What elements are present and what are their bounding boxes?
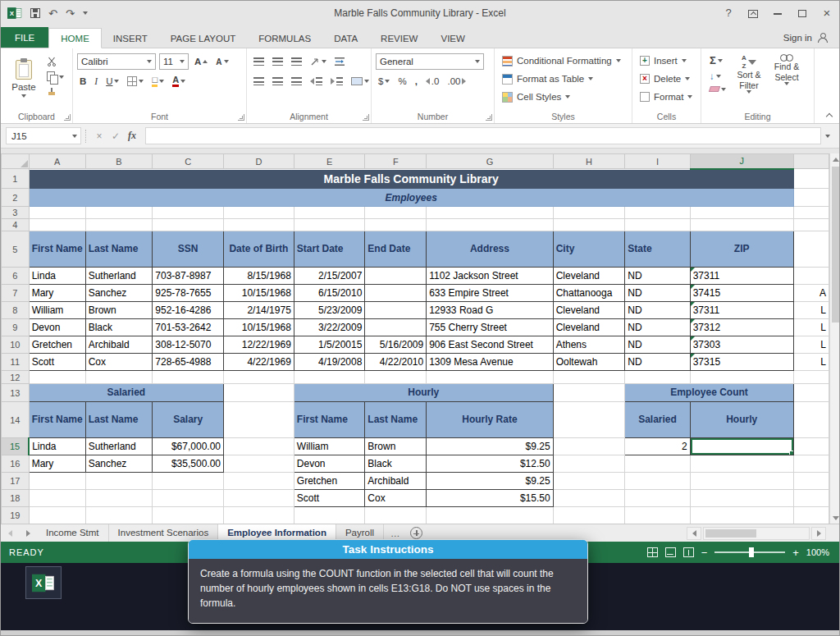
- col-header-I[interactable]: I: [625, 154, 690, 169]
- minimize-button[interactable]: [765, 1, 790, 25]
- cell-G10[interactable]: 906 East Second Street: [427, 336, 553, 354]
- cell-C12[interactable]: [153, 371, 224, 384]
- cell-H3[interactable]: [553, 207, 625, 219]
- align-right-button[interactable]: [289, 76, 304, 86]
- row-header-8[interactable]: 8: [2, 302, 30, 319]
- cell-C15[interactable]: $67,000.00: [153, 438, 224, 455]
- cell-E5[interactable]: Start Date: [294, 231, 365, 268]
- cell-E15[interactable]: William: [294, 438, 365, 455]
- underline-button[interactable]: U: [103, 75, 121, 87]
- align-center-button[interactable]: [270, 76, 285, 86]
- horizontal-scrollbar[interactable]: [687, 524, 839, 542]
- cell-J10[interactable]: 37303: [690, 336, 793, 354]
- cell-I10[interactable]: ND: [625, 336, 690, 354]
- cell-C3[interactable]: [153, 207, 224, 219]
- cell-D16[interactable]: [224, 455, 294, 473]
- cell-F6[interactable]: [365, 268, 427, 285]
- cell-G15[interactable]: $9.25: [427, 438, 553, 455]
- cell-G11[interactable]: 1309 Mesa Avenue: [427, 354, 553, 371]
- cell-H7[interactable]: Chattanooga: [553, 285, 625, 302]
- borders-button[interactable]: [125, 75, 146, 87]
- tab-data[interactable]: DATA: [322, 29, 369, 48]
- cell-K7[interactable]: A: [793, 285, 829, 302]
- cell-D12[interactable]: [224, 371, 294, 384]
- align-top-button[interactable]: [251, 57, 267, 66]
- enter-formula-button[interactable]: ✓: [107, 130, 124, 142]
- cell-F8[interactable]: [365, 302, 427, 319]
- sheet-tab-overflow[interactable]: …: [390, 528, 402, 538]
- cell-H11[interactable]: Ooltewah: [553, 354, 625, 371]
- cell-B6[interactable]: Sutherland: [85, 268, 153, 285]
- cell-H12[interactable]: [553, 371, 625, 384]
- cell-I17[interactable]: [625, 473, 690, 490]
- cell-B15[interactable]: Sutherland: [85, 438, 153, 455]
- vertical-scroll-thumb[interactable]: [832, 167, 839, 323]
- cell-E6[interactable]: 2/15/2007: [294, 268, 365, 285]
- orientation-button[interactable]: [308, 56, 329, 67]
- cell-F7[interactable]: [365, 285, 427, 302]
- cell-J11[interactable]: 37315: [690, 354, 793, 371]
- cell-A14[interactable]: First Name: [29, 402, 85, 438]
- cell-H6[interactable]: Cleveland: [553, 268, 625, 285]
- cut-button[interactable]: [44, 56, 66, 67]
- cell-J12[interactable]: [690, 371, 793, 384]
- decrease-indent-button[interactable]: [308, 76, 325, 86]
- cell-D3[interactable]: [224, 207, 294, 219]
- cell-F4[interactable]: [365, 219, 427, 231]
- col-header-E[interactable]: E: [294, 154, 365, 169]
- tab-home[interactable]: HOME: [48, 28, 102, 48]
- cell-C18[interactable]: [153, 490, 224, 507]
- cell-K6[interactable]: [793, 268, 829, 285]
- cell-G9[interactable]: 755 Cherry Street: [427, 319, 553, 336]
- cell-I5[interactable]: State: [625, 231, 690, 268]
- cell-K1[interactable]: [793, 169, 829, 189]
- cell-E8[interactable]: 5/23/2009: [294, 302, 365, 319]
- col-header-G[interactable]: G: [427, 154, 553, 169]
- format-painter-button[interactable]: [44, 87, 66, 98]
- cell-A17[interactable]: [29, 473, 85, 490]
- percent-style-button[interactable]: %: [395, 75, 409, 87]
- cell-G17[interactable]: $9.25: [427, 473, 553, 490]
- tab-view[interactable]: VIEW: [429, 29, 476, 48]
- tab-file[interactable]: FILE: [1, 27, 48, 48]
- scroll-down-arrow[interactable]: [830, 512, 840, 524]
- cell-F9[interactable]: [365, 319, 427, 336]
- cell-I16[interactable]: [625, 455, 690, 473]
- cell-F14[interactable]: Last Name: [365, 402, 427, 438]
- cell-E3[interactable]: [294, 207, 365, 219]
- cell-A11[interactable]: Scott: [29, 354, 85, 371]
- cell-B4[interactable]: [85, 219, 153, 231]
- decrease-decimal-button[interactable]: .00: [445, 75, 468, 87]
- taskbar-excel-icon[interactable]: X: [25, 566, 62, 599]
- cell-J9[interactable]: 37312: [690, 319, 793, 336]
- cell-B17[interactable]: [85, 473, 153, 490]
- increase-indent-button[interactable]: [328, 76, 345, 86]
- cell-E19[interactable]: [294, 507, 365, 524]
- cell-D7[interactable]: 10/15/1968: [224, 285, 294, 302]
- row-header-18[interactable]: 18: [2, 490, 30, 507]
- fill-button[interactable]: ↓: [707, 71, 728, 82]
- cell-H19[interactable]: [553, 507, 625, 524]
- zoom-out-button[interactable]: −: [701, 547, 708, 558]
- clear-button[interactable]: [707, 85, 728, 93]
- cell-G14[interactable]: Hourly Rate: [427, 402, 553, 438]
- cell-C5[interactable]: SSN: [153, 231, 224, 268]
- cell-J8[interactable]: 37311: [690, 302, 793, 319]
- cell-I13[interactable]: Employee Count: [625, 384, 793, 402]
- cell-K2[interactable]: [793, 189, 829, 207]
- zoom-slider-thumb[interactable]: [749, 547, 754, 557]
- cell-F16[interactable]: Black: [365, 455, 427, 473]
- cell-A10[interactable]: Gretchen: [29, 336, 85, 354]
- cell-E9[interactable]: 3/22/2009: [294, 319, 365, 336]
- number-format-combo[interactable]: General: [376, 53, 484, 70]
- row-header-7[interactable]: 7: [2, 285, 30, 302]
- restore-button[interactable]: [790, 1, 815, 25]
- align-bottom-button[interactable]: [289, 57, 304, 66]
- cell-E16[interactable]: Devon: [294, 455, 365, 473]
- cell-D6[interactable]: 8/15/1968: [224, 268, 294, 285]
- cell-K13[interactable]: [793, 384, 829, 402]
- cell-H10[interactable]: Athens: [553, 336, 625, 354]
- cell-K12[interactable]: [793, 371, 829, 384]
- row-header-1[interactable]: 1: [2, 169, 30, 189]
- help-button[interactable]: ?: [716, 1, 741, 25]
